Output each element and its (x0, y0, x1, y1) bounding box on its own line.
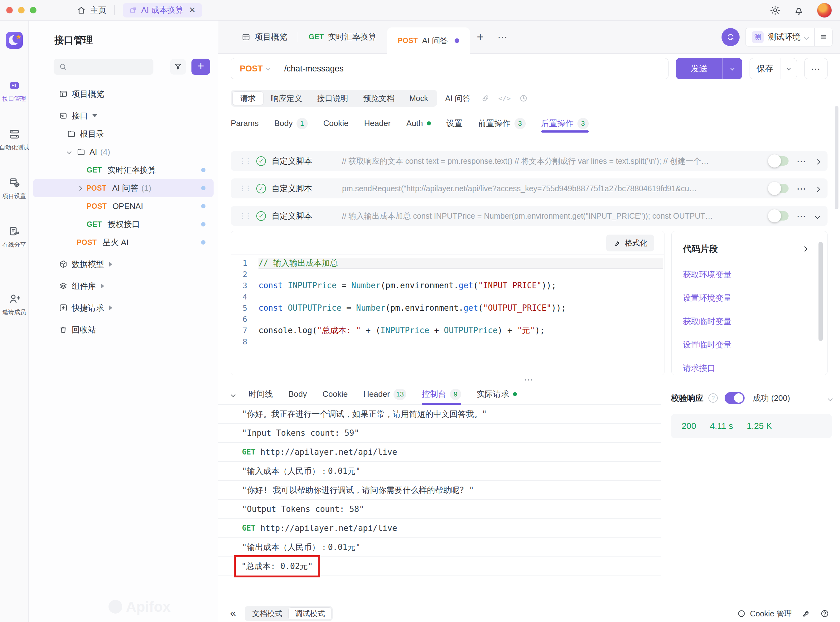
minimize-window-button[interactable] (18, 7, 24, 14)
chevron-down-icon[interactable] (828, 393, 832, 403)
collapse-panel-icon[interactable] (231, 389, 235, 399)
sidebar-item-快捷请求[interactable]: 快捷请求 (33, 299, 214, 317)
environment-select[interactable]: 测测试环境 (746, 31, 814, 43)
snippets-scrollbar[interactable] (819, 242, 823, 341)
tab-Cookie[interactable]: Cookie (323, 115, 348, 132)
rail-item-2[interactable]: 自动化测试 (0, 128, 29, 152)
tab-实际请求[interactable]: 实际请求 (477, 384, 517, 404)
wrench-icon[interactable] (801, 609, 811, 618)
add-api-button[interactable]: + (192, 59, 210, 75)
help-circle-icon[interactable] (820, 609, 829, 618)
chevron-right-icon[interactable] (77, 186, 82, 191)
sidebar-item-AI-问答[interactable]: POSTAI 问答(1) (33, 179, 214, 197)
sidebar-item-OPENAI[interactable]: POSTOPENAI (33, 197, 214, 215)
script-toggle[interactable] (769, 211, 788, 221)
new-tab-button[interactable]: + (470, 30, 490, 44)
script-more-button[interactable]: ⋯ (797, 210, 807, 221)
sidebar-item-授权接口[interactable]: GET授权接口 (33, 215, 214, 233)
tab-Cookie[interactable]: Cookie (323, 384, 348, 404)
request-more-button[interactable]: ⋯ (805, 58, 828, 79)
snippet-link[interactable]: 获取临时变量 (683, 316, 827, 327)
script-expand-button[interactable] (816, 184, 819, 194)
script-toggle[interactable] (769, 184, 788, 193)
home-button[interactable]: 主页 (76, 5, 107, 15)
panel-resize-handle[interactable]: ⋯ (218, 375, 840, 384)
rail-item-5[interactable]: 邀请成员 (0, 293, 29, 316)
script-toggle[interactable] (769, 156, 788, 166)
sidebar-item-项目概览[interactable]: 项目概览 (33, 85, 214, 103)
snippet-link[interactable]: 设置临时变量 (683, 339, 827, 350)
tab-设置[interactable]: 设置 (446, 115, 463, 132)
tab-ai-qa[interactable]: AI 问答 (445, 93, 470, 104)
sidebar-item-组件库[interactable]: 组件库 (33, 277, 214, 295)
notifications-bell-icon[interactable] (793, 5, 805, 16)
tab-后置操作[interactable]: 后置操作3 (541, 115, 589, 132)
sidebar-item-AI[interactable]: AI(4) (33, 143, 214, 161)
validate-response-toggle[interactable] (724, 392, 744, 404)
sidebar-item-实时汇率换算[interactable]: GET实时汇率换算 (33, 161, 214, 179)
send-button[interactable]: 发送 (676, 58, 742, 79)
chevron-right-icon[interactable] (802, 247, 808, 252)
save-dropdown[interactable] (781, 67, 797, 70)
tab-Body[interactable]: Body1 (274, 115, 308, 132)
search-input[interactable] (70, 63, 145, 72)
sidebar-item-星火-AI[interactable]: POST星火 AI (33, 233, 214, 252)
help-icon[interactable]: ? (708, 393, 718, 403)
tab-Header[interactable]: Header13 (363, 384, 406, 404)
save-button[interactable]: 保存 (750, 58, 797, 79)
console-url[interactable]: http://apilayer.net/api/live (260, 447, 397, 457)
doc-tab-3[interactable]: POSTAI 问答 (387, 27, 470, 53)
tab-前置操作[interactable]: 前置操作3 (478, 115, 526, 132)
tab-响应定义[interactable]: 响应定义 (263, 91, 310, 105)
rail-item-4[interactable]: 在线分享 (0, 225, 29, 249)
close-window-button[interactable] (6, 7, 13, 14)
project-tab[interactable]: AI 成本换算 ✕ (123, 3, 202, 17)
tab-请求[interactable]: 请求 (232, 91, 263, 105)
mode-文档模式[interactable]: 文档模式 (246, 607, 288, 620)
rail-item-1[interactable]: 接口管理 (0, 79, 29, 103)
sidebar-item-接口[interactable]: 接口 (33, 107, 214, 125)
doc-tab-1[interactable]: 项目概览 (231, 21, 298, 53)
tab-控制台[interactable]: 控制台9 (422, 384, 461, 404)
tab-Header[interactable]: Header (364, 115, 391, 132)
rail-item-3[interactable]: 项目设置 (0, 177, 29, 200)
format-button[interactable]: 格式化 (606, 235, 654, 252)
chevron-down-icon[interactable] (67, 149, 72, 154)
tab-Body[interactable]: Body (288, 384, 307, 404)
snippet-link[interactable]: 设置环境变量 (683, 293, 827, 303)
script-more-button[interactable]: ⋯ (797, 156, 807, 166)
code-area[interactable]: 1// 输入输出成本加总23const INPUTPrice = Number(… (231, 255, 664, 375)
drag-handle-icon[interactable]: ⋮⋮ (239, 157, 251, 165)
cookie-manage-button[interactable]: Cookie 管理 (737, 608, 792, 619)
mode-调试模式[interactable]: 调试模式 (288, 607, 332, 620)
script-expand-button[interactable] (816, 211, 819, 221)
console-url[interactable]: http://apilayer.net/api/live (260, 523, 397, 533)
environment-manage-button[interactable]: ≡ (815, 31, 832, 43)
user-avatar[interactable] (817, 3, 832, 18)
zoom-window-button[interactable] (30, 7, 37, 14)
script-expand-button[interactable] (816, 156, 819, 166)
close-tab-icon[interactable]: ✕ (189, 5, 196, 15)
url-input[interactable]: /chat-messages (276, 64, 344, 74)
script-more-button[interactable]: ⋯ (797, 183, 807, 194)
window-scrollbar[interactable] (835, 106, 838, 209)
send-dropdown[interactable] (723, 67, 742, 70)
tab-Auth[interactable]: Auth (406, 115, 431, 132)
filter-button[interactable] (170, 59, 186, 75)
history-clock-icon[interactable] (519, 94, 528, 103)
sidebar-item-根目录[interactable]: 根目录 (33, 125, 214, 143)
drag-handle-icon[interactable]: ⋮⋮ (239, 212, 251, 220)
doc-tab-2[interactable]: GET实时汇率换算 (298, 21, 387, 53)
code-icon[interactable]: </> (498, 95, 511, 102)
sync-button[interactable] (721, 28, 740, 46)
drag-handle-icon[interactable]: ⋮⋮ (239, 184, 251, 192)
method-select[interactable]: POST (231, 64, 276, 74)
sidebar-item-数据模型[interactable]: 数据模型 (33, 255, 214, 273)
search-box[interactable] (54, 59, 154, 75)
tabs-more-button[interactable]: ⋯ (490, 31, 515, 43)
tab-时间线[interactable]: 时间线 (248, 384, 273, 404)
tab-Params[interactable]: Params (231, 115, 259, 132)
tab-Mock[interactable]: Mock (402, 91, 435, 105)
snippet-link[interactable]: 请求接口 (683, 363, 827, 374)
tab-接口说明[interactable]: 接口说明 (310, 91, 356, 105)
